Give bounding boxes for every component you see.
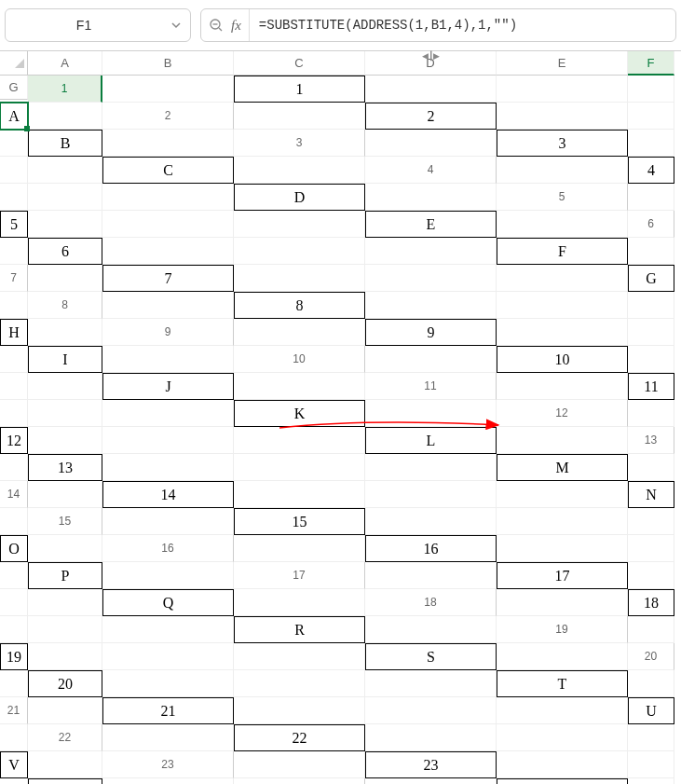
- cell-B12[interactable]: 12: [0, 427, 28, 454]
- cell-B9[interactable]: 9: [365, 319, 497, 346]
- cell-A9[interactable]: [234, 319, 365, 346]
- cell-D3[interactable]: [0, 157, 28, 184]
- cell-B2[interactable]: 2: [365, 103, 497, 130]
- cell-B15[interactable]: 15: [234, 508, 365, 535]
- cell-F11[interactable]: K: [234, 400, 365, 427]
- row-header-11[interactable]: 11: [365, 373, 497, 400]
- cell-C15[interactable]: [365, 508, 497, 535]
- cell-C21[interactable]: [234, 697, 365, 724]
- cell-A12[interactable]: [628, 400, 674, 427]
- cell-A13[interactable]: [0, 454, 28, 481]
- column-header-G[interactable]: G: [0, 76, 28, 100]
- cell-A21[interactable]: [28, 697, 102, 724]
- cell-G20[interactable]: [628, 670, 674, 697]
- cell-D22[interactable]: [497, 724, 628, 751]
- cell-D2[interactable]: [628, 103, 674, 130]
- cell-F17[interactable]: Q: [102, 589, 234, 616]
- cell-D8[interactable]: [497, 292, 628, 319]
- cell-B13[interactable]: 13: [28, 454, 102, 481]
- cell-C14[interactable]: [234, 481, 365, 508]
- cell-G2[interactable]: [102, 130, 234, 157]
- cell-C11[interactable]: [0, 400, 28, 427]
- cell-D19[interactable]: [102, 643, 234, 670]
- cell-G4[interactable]: [365, 184, 497, 211]
- row-header-24[interactable]: 24: [234, 778, 365, 784]
- cell-D20[interactable]: [234, 670, 365, 697]
- cell-B20[interactable]: 20: [28, 670, 102, 697]
- cell-E3[interactable]: [28, 157, 102, 184]
- column-header-C[interactable]: C: [234, 51, 365, 76]
- cell-F5[interactable]: E: [365, 211, 497, 238]
- cell-C9[interactable]: [497, 319, 628, 346]
- cell-E19[interactable]: [234, 643, 365, 670]
- cell-D11[interactable]: [28, 400, 102, 427]
- cell-E1[interactable]: [628, 76, 674, 103]
- formula-bar[interactable]: fx =SUBSTITUTE(ADDRESS(1,B1,4),1,""): [200, 8, 676, 42]
- cell-E23[interactable]: [0, 778, 28, 784]
- cell-A11[interactable]: [497, 373, 628, 400]
- row-header-2[interactable]: 2: [102, 103, 234, 130]
- row-header-22[interactable]: 22: [28, 724, 102, 751]
- cell-E12[interactable]: [234, 427, 365, 454]
- cell-A3[interactable]: [365, 130, 497, 157]
- cell-C16[interactable]: [497, 535, 628, 562]
- row-header-1[interactable]: 1: [28, 76, 102, 103]
- cell-G10[interactable]: [234, 373, 365, 400]
- chevron-down-icon[interactable]: [162, 20, 190, 31]
- cell-E20[interactable]: [365, 670, 497, 697]
- cell-C4[interactable]: [0, 184, 28, 211]
- cell-G9[interactable]: [102, 346, 234, 373]
- cell-C20[interactable]: [102, 670, 234, 697]
- cell-C10[interactable]: [628, 346, 674, 373]
- cell-D4[interactable]: [28, 184, 102, 211]
- row-header-5[interactable]: 5: [497, 184, 628, 211]
- row-header-15[interactable]: 15: [28, 508, 102, 535]
- row-header-7[interactable]: 7: [0, 265, 28, 292]
- cell-C23[interactable]: [497, 751, 628, 778]
- cell-A6[interactable]: [0, 238, 28, 265]
- cell-B19[interactable]: 19: [0, 643, 28, 670]
- cell-E21[interactable]: [497, 697, 628, 724]
- cell-G1[interactable]: [28, 103, 102, 130]
- cell-F8[interactable]: H: [0, 319, 28, 346]
- cell-G18[interactable]: [365, 616, 497, 643]
- cell-C1[interactable]: [365, 76, 497, 103]
- row-header-19[interactable]: 19: [497, 616, 628, 643]
- cell-F18[interactable]: R: [234, 616, 365, 643]
- cell-F12[interactable]: L: [365, 427, 497, 454]
- row-header-4[interactable]: 4: [365, 157, 497, 184]
- cell-D6[interactable]: [234, 238, 365, 265]
- cell-D21[interactable]: [365, 697, 497, 724]
- cell-B21[interactable]: 21: [102, 697, 234, 724]
- cell-C7[interactable]: [234, 265, 365, 292]
- cell-F4[interactable]: D: [234, 184, 365, 211]
- cell-F23[interactable]: W: [28, 778, 102, 784]
- cell-A15[interactable]: [102, 508, 234, 535]
- cell-C2[interactable]: [497, 103, 628, 130]
- column-header-F[interactable]: F: [628, 51, 674, 76]
- row-header-12[interactable]: 12: [497, 400, 628, 427]
- cell-G8[interactable]: [28, 319, 102, 346]
- cell-F20[interactable]: T: [497, 670, 628, 697]
- cell-E22[interactable]: [628, 724, 674, 751]
- cell-G7[interactable]: [0, 292, 28, 319]
- cell-C24[interactable]: [628, 778, 674, 784]
- cell-A17[interactable]: [365, 562, 497, 589]
- cell-E2[interactable]: [0, 130, 28, 157]
- cell-C8[interactable]: [365, 292, 497, 319]
- row-header-13[interactable]: 13: [628, 427, 674, 454]
- cell-B11[interactable]: 11: [628, 373, 674, 400]
- row-header-6[interactable]: 6: [628, 211, 674, 238]
- cell-D1[interactable]: [497, 76, 628, 103]
- cell-G6[interactable]: [628, 238, 674, 265]
- cell-G21[interactable]: [0, 724, 28, 751]
- cell-A22[interactable]: [102, 724, 234, 751]
- column-header-B[interactable]: B: [102, 51, 234, 76]
- cell-B10[interactable]: 10: [497, 346, 628, 373]
- cell-F15[interactable]: O: [0, 535, 28, 562]
- cell-C22[interactable]: [365, 724, 497, 751]
- row-header-9[interactable]: 9: [102, 319, 234, 346]
- row-header-8[interactable]: 8: [28, 292, 102, 319]
- cell-G14[interactable]: [0, 508, 28, 535]
- cell-C13[interactable]: [102, 454, 234, 481]
